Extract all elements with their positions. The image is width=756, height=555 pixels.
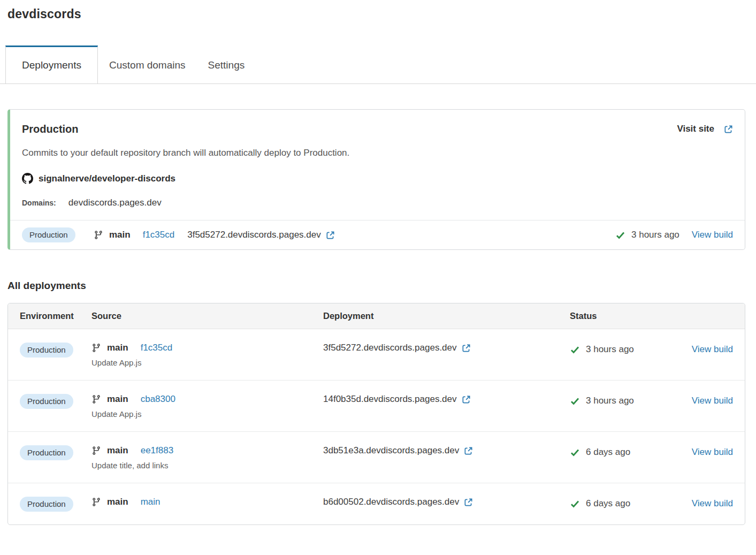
- tab-bar: Deployments Custom domains Settings: [0, 45, 756, 84]
- branch-name: main: [107, 394, 128, 405]
- domains-label: Domains:: [22, 199, 56, 207]
- external-link-icon: [724, 125, 733, 134]
- git-branch-icon: [91, 497, 101, 507]
- deployment-url: 3db51e3a.devdiscords.pages.dev: [323, 445, 459, 456]
- view-build-link[interactable]: View build: [692, 344, 733, 354]
- deployment-url: b6d00502.devdiscords.pages.dev: [323, 497, 459, 507]
- success-check-icon: [570, 499, 580, 509]
- external-link-icon: [326, 231, 335, 240]
- success-check-icon: [570, 396, 580, 406]
- deployment-time: 6 days ago: [586, 498, 630, 509]
- tab-settings[interactable]: Settings: [197, 45, 256, 83]
- table-row: Production main main b6d00502.devdiscord…: [8, 483, 745, 524]
- success-check-icon: [570, 345, 580, 355]
- domains-value: devdiscords.pages.dev: [68, 197, 162, 208]
- commit-message: Update App.js: [91, 409, 323, 419]
- success-check-icon: [615, 230, 625, 240]
- commit-link[interactable]: f1c35cd: [143, 230, 175, 240]
- column-header-deployment: Deployment: [323, 311, 570, 321]
- git-branch-icon: [91, 394, 101, 404]
- deployment-url: 3f5d5272.devdiscords.pages.dev: [187, 230, 321, 240]
- page-title: devdiscords: [0, 0, 756, 21]
- column-header-status: Status: [570, 311, 677, 321]
- table-header-row: Environment Source Deployment Status: [8, 303, 745, 329]
- table-row: Production main f1c35cd Update App.js 3f…: [8, 329, 745, 381]
- commit-link[interactable]: main: [141, 497, 161, 507]
- view-build-link[interactable]: View build: [692, 447, 733, 457]
- deployment-time: 6 days ago: [586, 447, 630, 458]
- deployment-time: 3 hours ago: [586, 396, 634, 406]
- environment-badge: Production: [20, 394, 73, 409]
- deployment-time: 3 hours ago: [586, 344, 634, 355]
- tab-deployments[interactable]: Deployments: [5, 45, 98, 83]
- branch-name: main: [107, 343, 128, 353]
- production-description: Commits to your default repository branc…: [22, 148, 733, 158]
- git-branch-icon: [91, 446, 101, 455]
- deployment-link[interactable]: 3f5d5272.devdiscords.pages.dev: [187, 230, 335, 240]
- commit-message: Update App.js: [91, 358, 323, 367]
- visit-site-link[interactable]: Visit site: [677, 124, 733, 134]
- git-branch-icon: [91, 343, 101, 353]
- environment-badge: Production: [22, 227, 75, 242]
- deployment-link[interactable]: 14f0b35d.devdiscords.pages.dev: [323, 394, 570, 405]
- table-row: Production main ee1f883 Update title, ad…: [8, 432, 745, 483]
- branch-name: main: [107, 497, 128, 507]
- deployments-table: Environment Source Deployment Status Pro…: [7, 303, 745, 525]
- environment-badge: Production: [20, 497, 73, 512]
- tab-custom-domains[interactable]: Custom domains: [98, 45, 197, 83]
- deployment-link[interactable]: 3db51e3a.devdiscords.pages.dev: [323, 445, 570, 456]
- environment-badge: Production: [20, 343, 73, 358]
- pages-project-page: devdiscords Deployments Custom domains S…: [0, 0, 756, 555]
- external-link-icon: [462, 344, 471, 353]
- deployment-time: 3 hours ago: [631, 230, 679, 240]
- all-deployments-title: All deployments: [7, 280, 756, 292]
- repository-name: signalnerve/developer-discords: [39, 173, 175, 184]
- view-build-link[interactable]: View build: [692, 498, 733, 508]
- production-deployment-row: Production main f1c35cd 3f5d5272.devdisc…: [10, 220, 745, 249]
- view-build-link[interactable]: View build: [692, 396, 733, 406]
- environment-badge: Production: [20, 445, 73, 460]
- column-header-environment: Environment: [20, 311, 91, 321]
- view-build-link[interactable]: View build: [692, 230, 733, 240]
- deployment-link[interactable]: 3f5d5272.devdiscords.pages.dev: [323, 343, 570, 353]
- branch-name: main: [109, 230, 131, 240]
- deployment-link[interactable]: b6d00502.devdiscords.pages.dev: [323, 497, 570, 507]
- github-icon: [22, 173, 33, 184]
- production-card-title: Production: [22, 123, 733, 135]
- table-row: Production main cba8300 Update App.js 14…: [8, 381, 745, 432]
- branch-name: main: [107, 445, 128, 456]
- external-link-icon: [462, 395, 471, 404]
- deployments-table-body: Production main f1c35cd Update App.js 3f…: [8, 329, 745, 524]
- column-header-source: Source: [91, 311, 323, 321]
- deployment-url: 3f5d5272.devdiscords.pages.dev: [323, 343, 457, 353]
- external-link-icon: [464, 498, 473, 507]
- visit-site-label: Visit site: [677, 124, 714, 134]
- domains-row: Domains: devdiscords.pages.dev: [22, 197, 733, 208]
- commit-link[interactable]: ee1f883: [141, 445, 173, 456]
- external-link-icon: [464, 446, 473, 455]
- commit-link[interactable]: f1c35cd: [141, 343, 173, 353]
- production-card: Production Visit site Commits to your de…: [7, 109, 745, 250]
- success-check-icon: [570, 447, 580, 458]
- repository-row[interactable]: signalnerve/developer-discords: [22, 173, 733, 184]
- commit-link[interactable]: cba8300: [141, 394, 175, 405]
- git-branch-icon: [94, 230, 103, 240]
- commit-message: Update title, add links: [91, 461, 323, 470]
- deployment-url: 14f0b35d.devdiscords.pages.dev: [323, 394, 457, 405]
